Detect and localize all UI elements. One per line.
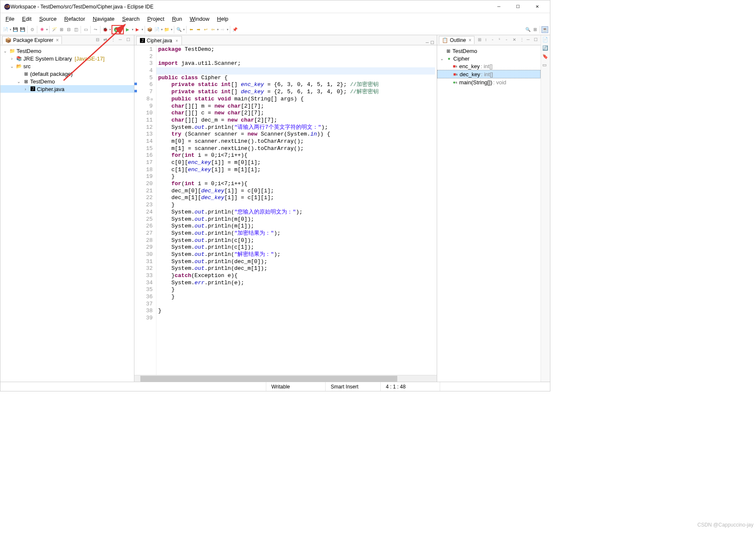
- close-icon[interactable]: ×: [469, 37, 471, 43]
- dropdown-icon[interactable]: ▾: [120, 28, 122, 31]
- outline-class-node[interactable]: ⌄ ● Cipher: [437, 55, 541, 62]
- outline-tab[interactable]: 📋 Outline ×: [439, 36, 474, 44]
- new-class-button[interactable]: 📄: [153, 26, 160, 33]
- expand-icon[interactable]: ›: [22, 87, 28, 92]
- minimize-editor-icon[interactable]: ─: [426, 40, 429, 45]
- coverage-button[interactable]: ▶: [124, 26, 131, 33]
- search-icon[interactable]: 🔍: [524, 26, 531, 33]
- perspective-button[interactable]: ⊞: [532, 26, 538, 33]
- hide-static-icon[interactable]: ˢ: [499, 37, 504, 43]
- package-explorer-tab[interactable]: 📦 Package Explorer ×: [2, 36, 62, 44]
- dropdown-icon[interactable]: ▾: [142, 28, 143, 31]
- java-file-node[interactable]: › 🅹 Cipher.java: [0, 85, 134, 93]
- hide-local-icon[interactable]: ✕: [513, 37, 518, 43]
- jre-node[interactable]: › 📚 JRE System Library [JavaSE-17]: [0, 55, 134, 62]
- search-button[interactable]: 🔍: [176, 26, 182, 33]
- save-all-button[interactable]: 💾: [19, 26, 26, 33]
- task-icon[interactable]: 🔄: [542, 45, 549, 52]
- close-button[interactable]: ✕: [527, 1, 547, 13]
- menu-source[interactable]: Source: [36, 14, 60, 24]
- new-folder-button[interactable]: 📁: [163, 26, 170, 33]
- filter-icon[interactable]: ↕: [485, 37, 490, 43]
- dropdown-icon[interactable]: ▾: [109, 28, 111, 31]
- outline-member[interactable]: ■s dec_key : int[]: [437, 70, 541, 78]
- pin-button[interactable]: 📌: [232, 26, 238, 33]
- close-tab-icon[interactable]: ×: [176, 39, 178, 43]
- project-node[interactable]: ⌄ 📁 TestDemo: [0, 47, 134, 55]
- code-editor[interactable]: 1234567891011121314151617181920212223242…: [134, 45, 437, 375]
- dropdown-icon[interactable]: ▾: [46, 28, 48, 31]
- expand-icon[interactable]: ›: [9, 56, 15, 61]
- minimize-view-icon[interactable]: ─: [527, 37, 532, 43]
- open-type-button[interactable]: ⊙: [29, 26, 36, 33]
- maximize-view-icon[interactable]: ☐: [126, 37, 132, 43]
- minimize-button[interactable]: ─: [489, 1, 508, 13]
- dropdown-icon[interactable]: ▾: [183, 28, 185, 31]
- next-annot-button[interactable]: ➡: [195, 26, 202, 33]
- outline-member[interactable]: ●s main(String[]) : void: [437, 78, 541, 86]
- menu-navigate[interactable]: Navigate: [89, 14, 118, 24]
- maximize-button[interactable]: ☐: [508, 1, 527, 13]
- prev-annot-button[interactable]: ⬅: [188, 26, 195, 33]
- editor-horizontal-scrollbar[interactable]: [134, 375, 437, 382]
- sort-icon[interactable]: ⊞: [478, 37, 483, 43]
- save-button[interactable]: 💾: [12, 26, 19, 33]
- outline-pkg-node[interactable]: ⊞ TestDemo: [437, 47, 541, 55]
- menu-file[interactable]: File: [2, 14, 18, 24]
- terminal-button[interactable]: ▭: [82, 26, 89, 33]
- outline-member[interactable]: ■s enc_key : int[]: [437, 62, 541, 70]
- new-button[interactable]: 📄: [2, 26, 9, 33]
- src-node[interactable]: ⌄ 📂 src: [0, 62, 134, 70]
- menu-edit[interactable]: Edit: [19, 14, 35, 24]
- new-pkg-button[interactable]: 📦: [146, 26, 153, 33]
- link-editor-icon[interactable]: ⇄: [103, 37, 109, 43]
- java-perspective-button[interactable]: ☕: [541, 26, 548, 33]
- dropdown-icon[interactable]: ▾: [171, 28, 173, 31]
- outline-tree[interactable]: ⊞ TestDemo ⌄ ● Cipher ■s enc_key : int[]…: [437, 45, 541, 382]
- expand-icon[interactable]: ⌄: [439, 56, 445, 61]
- minimize-view-icon[interactable]: ─: [119, 37, 125, 43]
- default-pkg-node[interactable]: ⊞ (default package): [0, 70, 134, 78]
- dropdown-icon[interactable]: ▾: [227, 28, 229, 31]
- close-icon[interactable]: ×: [56, 37, 59, 43]
- collapse-all-icon[interactable]: ⊟: [96, 37, 102, 43]
- menu-window[interactable]: Window: [187, 14, 213, 24]
- hide-fields-icon[interactable]: ◦: [492, 37, 497, 43]
- maximize-editor-icon[interactable]: ☐: [430, 40, 434, 45]
- maximize-view-icon[interactable]: ☐: [534, 37, 539, 43]
- run-button[interactable]: [113, 26, 120, 33]
- expand-icon[interactable]: ⌄: [9, 64, 15, 69]
- expand-icon[interactable]: ⌄: [2, 49, 8, 53]
- toggle2-button[interactable]: ⊟: [65, 26, 72, 33]
- command-icon[interactable]: ▭: [542, 62, 549, 69]
- build-button[interactable]: ❋: [39, 26, 45, 33]
- ext-run-button[interactable]: ▶: [134, 26, 141, 33]
- dropdown-icon[interactable]: ▾: [161, 28, 163, 31]
- dropdown-icon[interactable]: ▾: [132, 28, 134, 31]
- cheatsheet-icon[interactable]: 📄: [542, 37, 549, 44]
- menu-help[interactable]: Help: [214, 14, 232, 24]
- menu-search[interactable]: Search: [119, 14, 143, 24]
- menu-run[interactable]: Run: [169, 14, 186, 24]
- pkg-node[interactable]: ⌄ ⊞ TestDemo: [0, 78, 134, 85]
- menu-project[interactable]: Project: [144, 14, 167, 24]
- expand-icon[interactable]: ⌄: [16, 79, 22, 84]
- hide-nonpublic-icon[interactable]: ◦: [506, 37, 511, 43]
- bookmark-icon[interactable]: 🔖: [542, 54, 549, 61]
- package-explorer-tree[interactable]: ⌄ 📁 TestDemo › 📚 JRE System Library [Jav…: [0, 45, 134, 382]
- code-content[interactable]: package TestDemo;import java.util.Scanne…: [156, 45, 437, 375]
- view-menu-icon[interactable]: ⋮: [111, 37, 117, 43]
- editor-tab[interactable]: 🅹 Cipher.java ×: [136, 36, 182, 45]
- debug-button[interactable]: 🐞: [102, 26, 109, 33]
- forward-button[interactable]: ⇨: [219, 26, 226, 33]
- view-menu-icon[interactable]: ⋮: [520, 37, 525, 43]
- toggle-button[interactable]: ⊞: [58, 26, 65, 33]
- skip-button[interactable]: ⤳: [92, 26, 99, 33]
- mark-button[interactable]: ◫: [73, 26, 79, 33]
- dropdown-icon[interactable]: ▾: [10, 28, 11, 31]
- last-edit-button[interactable]: ↩: [202, 26, 209, 33]
- menu-refactor[interactable]: Refactor: [61, 14, 89, 24]
- wand-button[interactable]: 🪄: [51, 26, 58, 33]
- back-button[interactable]: ⇦: [209, 26, 216, 33]
- dropdown-icon[interactable]: ▾: [217, 28, 219, 31]
